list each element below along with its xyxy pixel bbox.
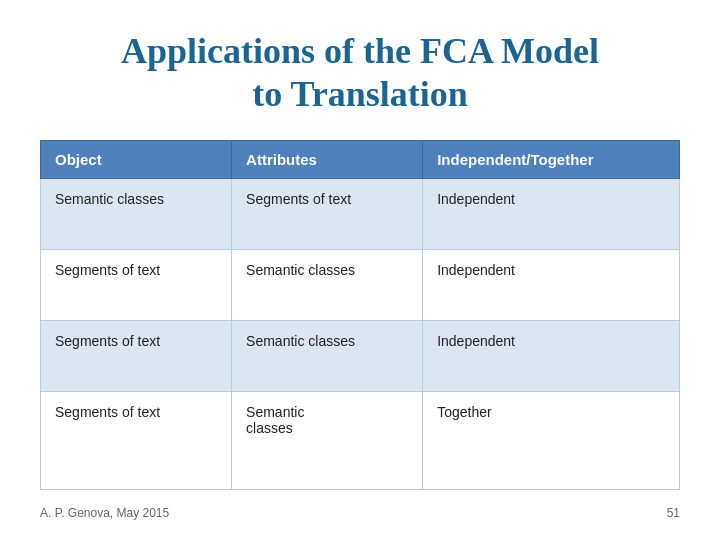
table-row: Semantic classesSegments of textIndepend… — [41, 179, 680, 250]
slide-footer: A. P. Genova, May 2015 51 — [40, 506, 680, 520]
main-table: Object Attributes Independent/Together S… — [40, 140, 680, 490]
table-header-row: Object Attributes Independent/Together — [41, 141, 680, 179]
cell-object-3: Segments of text — [41, 391, 232, 489]
cell-object-0: Semantic classes — [41, 179, 232, 250]
cell-object-2: Segments of text — [41, 320, 232, 391]
cell-independent_together-2: Independent — [423, 320, 680, 391]
cell-attributes-0: Segments of text — [232, 179, 423, 250]
col-header-independent: Independent/Together — [423, 141, 680, 179]
cell-attributes-2: Semantic classes — [232, 320, 423, 391]
cell-object-1: Segments of text — [41, 250, 232, 321]
cell-attributes-3: Semantic classes — [232, 391, 423, 489]
col-header-attributes: Attributes — [232, 141, 423, 179]
footer-right: 51 — [667, 506, 680, 520]
cell-independent_together-3: Together — [423, 391, 680, 489]
slide-title: Applications of the FCA Model to Transla… — [40, 30, 680, 116]
table-row: Segments of textSemantic classesTogether — [41, 391, 680, 489]
title-line2: to Translation — [252, 74, 468, 114]
footer-left: A. P. Genova, May 2015 — [40, 506, 169, 520]
cell-independent_together-0: Independent — [423, 179, 680, 250]
col-header-object: Object — [41, 141, 232, 179]
slide: Applications of the FCA Model to Transla… — [0, 0, 720, 540]
cell-attributes-1: Semantic classes — [232, 250, 423, 321]
cell-independent_together-1: Independent — [423, 250, 680, 321]
title-line1: Applications of the FCA Model — [121, 31, 599, 71]
table-row: Segments of textSemantic classesIndepend… — [41, 320, 680, 391]
table-row: Segments of textSemantic classesIndepend… — [41, 250, 680, 321]
